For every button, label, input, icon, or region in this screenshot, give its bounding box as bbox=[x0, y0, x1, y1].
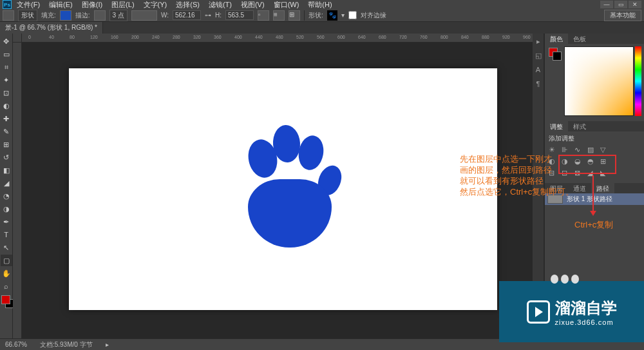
height-input[interactable] bbox=[225, 10, 254, 20]
panel-bg-color[interactable] bbox=[553, 52, 562, 61]
watermark-title: 溜溜自学 bbox=[555, 298, 617, 318]
menu-bar: Ps 文件(F) 编辑(E) 图像(I) 图层(L) 文字(Y) 选择(S) 滤… bbox=[0, 0, 644, 9]
fill-swatch[interactable] bbox=[60, 10, 71, 21]
tool-preset-icon[interactable] bbox=[3, 10, 14, 21]
paw-shape[interactable] bbox=[219, 125, 348, 254]
stamp-tool[interactable]: ⊞ bbox=[1, 139, 12, 150]
watermark-decoration bbox=[551, 275, 579, 284]
workspace-button[interactable]: 基本功能 bbox=[604, 10, 641, 21]
foreground-color[interactable] bbox=[1, 295, 10, 304]
paths-tab[interactable]: 路径 bbox=[591, 183, 614, 193]
toolbox: ✥ ▭ ⌗ ✦ ⊡ ◐ ✚ ✎ ⊞ ↺ ◧ ◢ ◔ ◑ ✒ T ↖ ▢ ✋ ⌕ bbox=[0, 34, 13, 348]
watermark-url: zixue.3d66.com bbox=[555, 318, 617, 326]
horizontal-ruler: 0 40 80 120 160 200 240 280 320 360 400 … bbox=[22, 34, 544, 43]
stroke-width-input[interactable]: 3 点 bbox=[109, 10, 128, 21]
stroke-label: 描边: bbox=[75, 11, 90, 20]
hue-slider[interactable] bbox=[635, 46, 641, 116]
menu-image[interactable]: 图像(I) bbox=[78, 0, 106, 10]
minimize-button[interactable]: — bbox=[600, 1, 613, 8]
canvas[interactable] bbox=[69, 68, 497, 310]
ruler-corner bbox=[13, 34, 22, 43]
swatches-tab[interactable]: 色板 bbox=[568, 34, 591, 44]
options-bar: 形状 填充: 描边: 3 点 W: ⊶ H: ▫ ≡ ⊞ 形状: 🐾 ▾ 对齐边… bbox=[0, 9, 644, 22]
brush-tool[interactable]: ✎ bbox=[1, 126, 12, 137]
width-input[interactable] bbox=[173, 10, 201, 20]
history-brush-tool[interactable]: ↺ bbox=[1, 151, 12, 163]
annotation-label: Ctrl+c复制 bbox=[574, 219, 613, 231]
adjust-panel-tabs: 调整 样式 bbox=[545, 121, 644, 131]
menu-type[interactable]: 文字(Y) bbox=[140, 0, 171, 10]
shape-mode-dropdown[interactable]: 形状 bbox=[18, 10, 37, 21]
color-picker[interactable] bbox=[564, 46, 634, 116]
color-tab[interactable]: 颜色 bbox=[545, 34, 568, 44]
dock-char-icon[interactable]: A bbox=[534, 66, 543, 75]
hand-tool[interactable]: ✋ bbox=[1, 267, 12, 279]
crop-tool[interactable]: ⊡ bbox=[1, 87, 12, 99]
align-icon[interactable]: ≡ bbox=[273, 10, 285, 21]
shape-options-label: 形状: bbox=[308, 11, 323, 20]
annotation-highlight-box bbox=[558, 155, 616, 174]
watermark: 溜溜自学 zixue.3d66.com bbox=[499, 281, 644, 342]
eraser-tool[interactable]: ◧ bbox=[1, 164, 12, 176]
eyedropper-tool[interactable]: ◐ bbox=[1, 100, 12, 112]
path-select-tool[interactable]: ↖ bbox=[1, 242, 12, 253]
adj-vibrance-icon[interactable]: ▽ bbox=[600, 146, 609, 155]
stroke-style-dropdown[interactable] bbox=[131, 10, 157, 21]
link-icon[interactable]: ⊶ bbox=[205, 12, 211, 19]
stroke-swatch[interactable] bbox=[94, 10, 106, 21]
color-swatches[interactable] bbox=[0, 295, 12, 311]
pen-tool[interactable]: ✒ bbox=[1, 216, 12, 228]
menu-file[interactable]: 文件(F) bbox=[13, 0, 44, 10]
menu-filter[interactable]: 滤镜(T) bbox=[205, 0, 236, 10]
blur-tool[interactable]: ◔ bbox=[1, 190, 12, 202]
paw-main-pad bbox=[248, 179, 332, 248]
close-button[interactable]: ✕ bbox=[629, 1, 641, 8]
zoom-tool[interactable]: ⌕ bbox=[1, 280, 12, 292]
w-label: W: bbox=[161, 12, 169, 19]
menu-layer[interactable]: 图层(L) bbox=[108, 0, 138, 10]
document-tab[interactable]: 景-1 @ 66.7% (形状 1, RGB/8) * bbox=[0, 22, 103, 34]
shape-dropdown-icon[interactable]: ▾ bbox=[341, 12, 345, 19]
color-panel-tabs: 颜色 色板 bbox=[545, 34, 644, 44]
zoom-level[interactable]: 66.67% bbox=[5, 341, 27, 348]
type-tool[interactable]: T bbox=[1, 229, 12, 240]
annotation-text: 先在图层中点选一下刚才 画的图层，然后回到路径 就可以看到有形状路径 然后点选它… bbox=[460, 153, 574, 197]
menu-view[interactable]: 视图(V) bbox=[237, 0, 269, 10]
wand-tool[interactable]: ✦ bbox=[1, 74, 12, 86]
annotation-arrow bbox=[592, 175, 594, 214]
arrange-icon[interactable]: ⊞ bbox=[289, 10, 300, 21]
custom-shape-picker[interactable]: 🐾 bbox=[327, 10, 337, 21]
menu-edit[interactable]: 编辑(E) bbox=[45, 0, 77, 10]
vertical-ruler bbox=[13, 43, 22, 348]
menu-window[interactable]: 窗口(W) bbox=[270, 0, 303, 10]
adj-curves-icon[interactable]: ∿ bbox=[574, 146, 583, 155]
marquee-tool[interactable]: ▭ bbox=[1, 48, 12, 60]
move-tool[interactable]: ✥ bbox=[1, 35, 12, 47]
app-logo: Ps bbox=[3, 0, 12, 9]
align-edges-label: 对齐边缘 bbox=[361, 11, 386, 20]
gradient-tool[interactable]: ◢ bbox=[1, 177, 12, 189]
panel-swatches[interactable] bbox=[549, 48, 558, 57]
lasso-tool[interactable]: ⌗ bbox=[1, 61, 12, 73]
shape-tool[interactable]: ▢ bbox=[1, 255, 12, 266]
maximize-button[interactable]: ▭ bbox=[614, 1, 627, 8]
adjust-title: 添加调整 bbox=[549, 134, 640, 143]
align-edges-checkbox[interactable] bbox=[348, 11, 357, 19]
fill-label: 填充: bbox=[41, 11, 56, 20]
dodge-tool[interactable]: ◑ bbox=[1, 203, 12, 215]
path-ops-icon[interactable]: ▫ bbox=[258, 10, 269, 21]
styles-tab[interactable]: 样式 bbox=[568, 121, 591, 131]
adj-exposure-icon[interactable]: ▨ bbox=[587, 146, 596, 155]
status-arrow-icon[interactable]: ▸ bbox=[106, 341, 109, 348]
separator bbox=[304, 10, 305, 21]
h-label: H: bbox=[215, 12, 222, 19]
dock-history-icon[interactable]: ◱ bbox=[534, 52, 543, 61]
heal-tool[interactable]: ✚ bbox=[1, 113, 12, 124]
play-icon bbox=[527, 300, 550, 324]
document-tab-bar: 景-1 @ 66.7% (形状 1, RGB/8) * bbox=[0, 22, 644, 34]
dock-expand-icon[interactable]: ▸ bbox=[534, 37, 543, 46]
adjustments-tab[interactable]: 调整 bbox=[545, 121, 568, 131]
menu-select[interactable]: 选择(S) bbox=[172, 0, 204, 10]
menu-help[interactable]: 帮助(H) bbox=[304, 0, 336, 10]
dock-para-icon[interactable]: ¶ bbox=[534, 80, 543, 89]
